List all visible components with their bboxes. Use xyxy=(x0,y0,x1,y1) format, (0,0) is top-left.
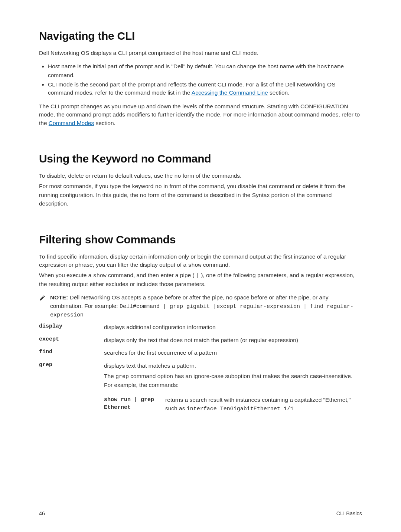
heading-keyword-no: Using the Keyword no Command xyxy=(39,152,362,165)
note-label: NOTE: xyxy=(50,294,68,301)
text: form of the commands. xyxy=(181,173,242,179)
page-footer: 46 CLI Basics xyxy=(39,510,362,516)
nav-bullet-list: Host name is the initial part of the pro… xyxy=(39,62,362,97)
text: command. xyxy=(202,262,230,268)
list-item: Host name is the initial part of the pro… xyxy=(48,62,362,79)
filter-definition-table: display displays additional configuratio… xyxy=(39,323,362,413)
no-code: no xyxy=(155,184,162,190)
hostname-command-code: hostname xyxy=(317,64,344,70)
text: command. xyxy=(48,72,75,78)
grep-term: grep xyxy=(39,362,100,413)
show-run-grep-term: show run | grep Ethernet xyxy=(104,396,162,413)
no-paragraph-2: For most commands, if you type the keywo… xyxy=(39,182,362,208)
page-number: 46 xyxy=(39,510,45,516)
display-desc: displays additional configuration inform… xyxy=(104,323,362,331)
grep-desc-line1: displays text that matches a pattern. xyxy=(104,362,362,370)
accessing-command-line-link[interactable]: Accessing the Command Line xyxy=(192,89,268,96)
grep-code: grep xyxy=(115,374,129,380)
text: command option has an ignore-case subopt… xyxy=(104,373,352,388)
text: command, and then enter a pipe ( xyxy=(107,272,196,278)
grep-inner-table: show run | grep Ethernet returns a searc… xyxy=(104,396,362,413)
nav-cli-prompt-paragraph: The CLI prompt changes as you move up an… xyxy=(39,102,362,127)
filter-paragraph-2: When you execute a show command, and the… xyxy=(39,271,362,288)
show-run-grep-desc: returns a search result with instances c… xyxy=(165,396,362,413)
except-desc: displays only the text that does not mat… xyxy=(104,336,362,344)
show-code: show xyxy=(93,273,107,279)
text: section. xyxy=(268,89,290,96)
text: When you execute a xyxy=(39,272,93,278)
interface-code: interface TenGigabitEthernet 1/1 xyxy=(187,406,294,412)
note-pencil-icon xyxy=(39,295,46,301)
except-term: except xyxy=(39,336,100,344)
show-code: show xyxy=(188,262,202,269)
pipe-code: | xyxy=(196,273,199,279)
footer-section-name: CLI Basics xyxy=(336,510,362,516)
note-text: NOTE: Dell Networking OS accepts a space… xyxy=(50,293,362,319)
find-desc: searches for the first occurrence of a p… xyxy=(104,349,362,357)
text: For most commands, if you type the keywo… xyxy=(39,183,155,189)
display-term: display xyxy=(39,323,100,331)
heading-navigating-cli: Navigating the CLI xyxy=(39,30,362,42)
grep-desc-line2: The grep command option has an ignore-ca… xyxy=(104,372,362,389)
heading-filtering-show: Filtering show Commands xyxy=(39,233,362,246)
text: section. xyxy=(94,120,115,126)
nav-intro: Dell Networking OS displays a CLI prompt… xyxy=(39,49,362,57)
filter-paragraph-1: To find specific information, display ce… xyxy=(39,253,362,270)
note-block: NOTE: Dell Networking OS accepts a space… xyxy=(39,293,362,319)
no-code: no xyxy=(140,193,146,199)
find-term: find xyxy=(39,349,100,357)
grep-desc: displays text that matches a pattern. Th… xyxy=(104,362,362,413)
command-modes-link[interactable]: Command Modes xyxy=(49,120,94,126)
text: To disable, delete or return to default … xyxy=(39,173,174,179)
no-code: no xyxy=(174,173,181,180)
no-paragraph-1: To disable, delete or return to default … xyxy=(39,172,362,181)
text: The xyxy=(104,373,115,379)
text: Host name is the initial part of the pro… xyxy=(48,63,317,69)
list-item: CLI mode is the second part of the promp… xyxy=(48,81,362,97)
